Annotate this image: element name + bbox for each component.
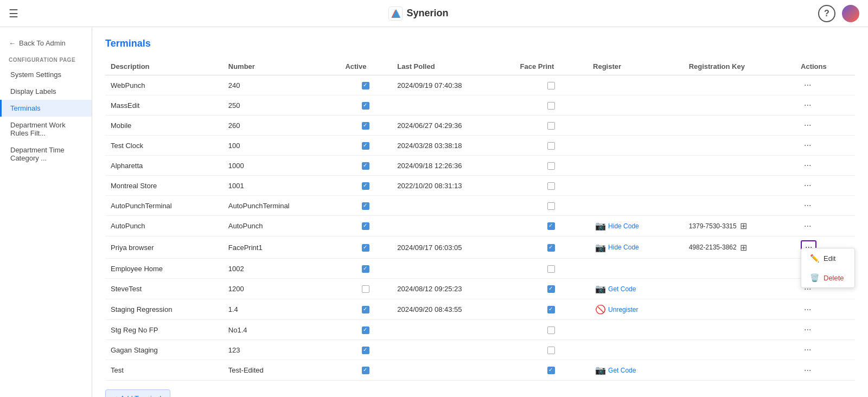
cell-register [588,136,684,156]
cell-number: 1.4 [223,299,340,320]
cell-register: 🚫Unregister [588,299,684,320]
active-checkbox[interactable] [362,347,369,354]
face-print-checkbox[interactable] [547,285,555,293]
cell-description: Stg Reg No FP [105,320,223,340]
actions-menu-button[interactable]: ··· [801,304,814,316]
actions-menu-button[interactable]: ··· [801,220,814,232]
face-print-checkbox[interactable] [547,142,555,150]
register-action-button[interactable]: 📷Get Code [593,283,638,295]
face-print-checkbox[interactable] [547,182,555,190]
active-checkbox[interactable] [362,202,369,210]
register-action-label: Hide Code [608,222,639,230]
qr-code-icon[interactable]: ⊞ [740,221,747,231]
actions-menu-button[interactable]: ··· [801,99,814,111]
actions-menu-button[interactable]: ··· [801,159,814,171]
cell-active [340,75,392,95]
cell-reg-key [684,95,795,116]
face-print-checkbox[interactable] [547,82,555,89]
sidebar-item-terminals[interactable]: Terminals [0,100,92,117]
actions-menu-button[interactable]: ··· [801,119,814,131]
add-terminal-button[interactable]: + Add Terminal [105,389,170,397]
cell-description: Mobile [105,116,223,136]
active-checkbox[interactable] [362,306,369,313]
cell-actions: ··· [795,340,855,360]
cell-active [340,299,392,320]
sidebar-item-dept-work-rules[interactable]: Department Work Rules Filt... [0,117,92,142]
qr-code-icon[interactable]: ⊞ [740,242,747,253]
active-checkbox[interactable] [362,326,369,334]
register-action-button[interactable]: 📷Hide Code [593,241,641,254]
face-print-checkbox[interactable] [547,102,555,110]
face-print-checkbox[interactable] [547,347,555,354]
help-button[interactable]: ? [818,5,835,22]
face-print-checkbox[interactable] [547,265,555,273]
edit-label: Edit [824,254,835,262]
actions-menu-button[interactable]: ··· [801,344,814,356]
col-header-number: Number [223,58,340,75]
cell-actions: ··· [795,156,855,176]
delete-label: Delete [824,274,844,282]
actions-dropdown-menu: ✏️ Edit 🗑️ Delete [801,248,855,288]
actions-menu-button[interactable]: ··· [801,364,814,376]
cell-last-polled [392,320,514,340]
active-checkbox[interactable] [362,222,369,230]
face-print-checkbox[interactable] [547,162,555,170]
face-print-checkbox[interactable] [547,222,555,230]
cell-description: Test Clock [105,136,223,156]
sidebar-item-system-settings[interactable]: System Settings [0,66,92,83]
reg-key-value: 1379-7530-3315 [689,222,737,230]
back-to-admin-link[interactable]: ← Back To Admin [0,36,92,50]
actions-menu-button[interactable]: ··· [801,79,814,91]
cell-reg-key [684,340,795,360]
active-checkbox[interactable] [362,244,369,252]
cell-face-print [514,95,588,116]
cell-face-print [514,236,588,259]
register-action-button[interactable]: 📷Hide Code [593,220,641,232]
face-print-checkbox[interactable] [547,367,555,374]
cell-face-print [514,75,588,95]
cell-register [588,259,684,279]
table-row: Gagan Staging123··· [105,340,855,360]
active-checkbox[interactable] [362,162,369,170]
active-checkbox[interactable] [362,82,369,89]
table-row: AutoPunchAutoPunch📷Hide Code1379-7530-33… [105,216,855,236]
actions-menu-button[interactable]: ··· [801,139,814,151]
sidebar-item-dept-time-category[interactable]: Department Time Category ... [0,142,92,167]
active-checkbox[interactable] [362,182,369,190]
hamburger-icon[interactable]: ☰ [9,7,18,20]
active-checkbox[interactable] [362,142,369,150]
cell-face-print [514,176,588,196]
sidebar-item-display-labels[interactable]: Display Labels [0,83,92,100]
active-checkbox[interactable] [362,265,369,273]
register-action-button[interactable]: 📷Get Code [593,364,638,376]
face-print-checkbox[interactable] [547,202,555,210]
face-print-checkbox[interactable] [547,306,555,313]
delete-menu-item[interactable]: 🗑️ Delete [801,268,854,287]
cell-register [588,95,684,116]
table-row: WebPunch2402024/09/19 07:40:38··· [105,75,855,95]
face-print-checkbox[interactable] [547,326,555,334]
table-row: Stg Reg No FPNo1.4··· [105,320,855,340]
cell-description: Alpharetta [105,156,223,176]
active-checkbox[interactable] [362,367,369,374]
user-avatar[interactable] [842,5,859,22]
face-print-checkbox[interactable] [547,244,555,252]
logo-area: Synerion [388,6,448,21]
active-checkbox[interactable] [362,102,369,110]
col-header-registration-key: Registration Key [684,58,795,75]
delete-icon: 🗑️ [810,273,819,282]
cell-reg-key: 4982-2135-3862⊞ [684,236,795,259]
edit-menu-item[interactable]: ✏️ Edit [801,248,854,268]
face-print-checkbox[interactable] [547,122,555,130]
actions-menu-button[interactable]: ··· [801,324,814,336]
cell-register: 📷Hide Code [588,236,684,259]
active-checkbox[interactable] [362,285,369,293]
table-row: Employee Home1002··· [105,259,855,279]
register-action-button[interactable]: 🚫Unregister [593,303,640,316]
cell-reg-key [684,156,795,176]
actions-menu-button[interactable]: ··· [801,200,814,212]
main-layout: ← Back To Admin CONFIGURATION PAGE Syste… [0,27,868,397]
actions-menu-button[interactable]: ··· [801,180,814,191]
cell-description: Employee Home [105,259,223,279]
active-checkbox[interactable] [362,122,369,130]
